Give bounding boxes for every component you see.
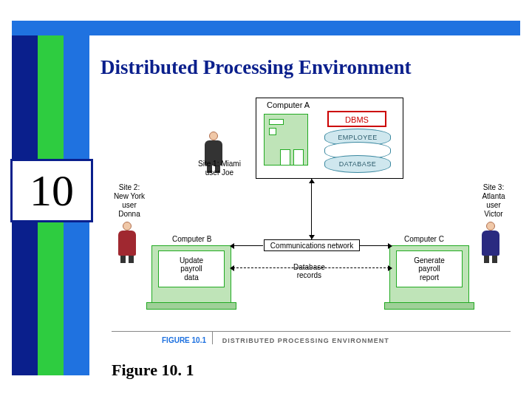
slide-title: Distributed Processing Environment: [100, 56, 412, 79]
slide: 10 Distributed Processing Environment Co…: [12, 15, 520, 383]
figure-title: DISTRIBUTED PROCESSING ENVIRONMENT: [215, 337, 389, 344]
server-drive-icon: [293, 149, 304, 166]
figure-number: FIGURE 10.1: [112, 332, 213, 344]
monitor-text: payroll: [180, 265, 202, 273]
computer-c-label: Computer C: [404, 235, 444, 243]
monitor-text: Update: [180, 256, 203, 265]
computer-c-icon: Generate payroll report: [389, 245, 469, 303]
arrowhead-icon: [388, 265, 392, 271]
database-icon: EMPLOYEE DATABASE: [324, 133, 391, 170]
db-cylinder-bottom: DATABASE: [324, 155, 391, 173]
computer-c-screen: Generate payroll report: [396, 250, 463, 287]
computer-b-screen: Update payroll data: [158, 250, 225, 287]
database-records-label: Database records: [293, 263, 325, 279]
computer-a-label: Computer A: [267, 100, 310, 109]
dashed-connector: [233, 267, 389, 268]
arrowhead-icon: [230, 265, 234, 271]
chapter-number: 10: [10, 159, 93, 222]
computer-b-label: Computer B: [172, 235, 211, 243]
monitor-text: data: [184, 273, 198, 282]
monitor-text: report: [420, 273, 439, 282]
figure-caption-bar: FIGURE 10.1 DISTRIBUTED PROCESSING ENVIR…: [112, 331, 511, 349]
arrowhead-icon: [309, 179, 315, 183]
monitor-text: Generate: [414, 256, 445, 265]
diagram: Computer A DBMS EMPLOYEE DATABASE Site 1…: [112, 98, 511, 349]
connector-line: [311, 179, 312, 239]
dbms-label: DBMS: [327, 111, 386, 127]
computer-b-icon: Update payroll data: [151, 245, 231, 303]
arrowhead-icon: [309, 235, 315, 239]
server-drive-icon: [280, 149, 290, 166]
site3-label: Site 3: Atlanta user Victor: [474, 183, 514, 219]
top-band: [12, 21, 520, 35]
connector-line: [232, 245, 263, 246]
slide-caption: Figure 10. 1: [112, 361, 194, 380]
connector-line: [360, 245, 389, 246]
person-victor-icon: [481, 222, 500, 263]
arrowhead-icon: [230, 243, 234, 249]
monitor-text: payroll: [418, 265, 440, 273]
person-donna-icon: [117, 222, 137, 263]
communications-network-label: Communications network: [264, 239, 360, 251]
site1-label: Site 1: Miami user Joe: [190, 160, 249, 177]
site2-label: Site 2: New York user Donna: [109, 183, 150, 219]
arrowhead-icon: [388, 243, 392, 249]
